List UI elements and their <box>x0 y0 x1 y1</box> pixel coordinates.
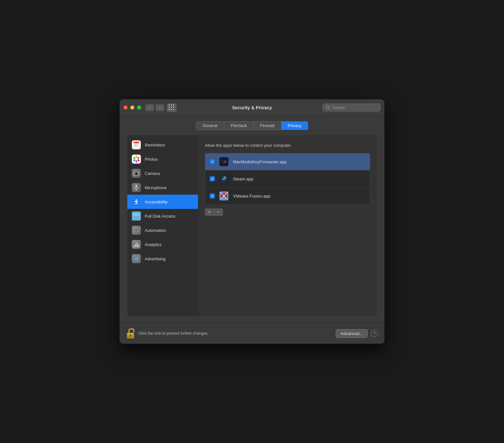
analytics-icon-svg <box>133 241 140 248</box>
search-icon <box>326 105 330 110</box>
grid-button[interactable] <box>166 103 177 112</box>
grid-icon <box>169 104 175 111</box>
svg-point-20 <box>138 172 139 172</box>
macmedia-icon-svg <box>219 157 228 166</box>
close-button[interactable] <box>123 105 128 110</box>
sidebar-item-automation[interactable]: Automation <box>127 223 198 237</box>
remove-app-button[interactable]: − <box>214 209 223 216</box>
sidebar-item-accessibility[interactable]: Accessibility <box>127 195 198 209</box>
reminders-icon <box>132 140 141 149</box>
sidebar-item-label: Reminders <box>145 143 165 147</box>
svg-line-1 <box>329 108 330 109</box>
sidebar-item-microphone[interactable]: Microphone <box>127 180 198 195</box>
app-item-macmedia[interactable]: ✓ MacMediaKeyForwarder.app <box>205 153 370 170</box>
checkmark-steam: ✓ <box>211 177 214 181</box>
analytics-icon <box>132 240 141 249</box>
svg-rect-36 <box>138 244 139 247</box>
svg-rect-37 <box>134 258 135 260</box>
sidebar-item-reminders[interactable]: Reminders <box>127 138 198 152</box>
camera-icon-svg <box>133 170 140 177</box>
sidebar-item-fulldisk[interactable]: Full Disk Access <box>127 209 198 223</box>
svg-point-11 <box>136 160 137 163</box>
bottom-bar: Click the lock to prevent further change… <box>120 323 384 344</box>
list-controls: + − <box>205 209 370 216</box>
checkmark-macmedia: ✓ <box>211 160 214 164</box>
sidebar-item-advertising[interactable]: Advertising <box>127 252 198 266</box>
traffic-lights <box>123 105 141 110</box>
right-panel: Allow the apps below to control your com… <box>198 135 377 316</box>
tab-filevault[interactable]: FileVault <box>224 121 254 130</box>
fulldisk-icon-svg <box>132 212 140 220</box>
accessibility-icon <box>132 197 141 206</box>
app-checkbox-steam[interactable]: ✓ <box>210 176 215 181</box>
sidebar-item-photos[interactable]: Photos <box>127 152 198 166</box>
svg-rect-55 <box>130 336 131 337</box>
tab-privacy[interactable]: Privacy <box>281 121 309 130</box>
lock-section: Click the lock to prevent further change… <box>126 328 336 339</box>
content-area: General FileVault Firewall Privacy <box>120 116 384 323</box>
forward-button[interactable]: › <box>155 104 164 111</box>
svg-rect-35 <box>137 243 138 247</box>
apps-list: ✓ MacMediaKeyForwarder.app <box>205 153 370 205</box>
app-icon-steam <box>219 174 229 184</box>
svg-rect-34 <box>135 244 136 247</box>
tab-firewall[interactable]: Firewall <box>254 121 281 130</box>
photos-icon <box>132 155 141 164</box>
svg-point-32 <box>135 229 138 232</box>
sidebar-item-label: Camera <box>145 171 160 176</box>
svg-rect-19 <box>135 171 137 172</box>
svg-rect-31 <box>133 213 140 216</box>
sidebar-item-label: Advertising <box>145 256 165 261</box>
app-item-steam[interactable]: ✓ Steam.app <box>205 170 370 188</box>
steam-icon-svg <box>219 174 228 183</box>
advertising-icon <box>132 254 141 263</box>
microphone-icon-svg <box>133 184 140 191</box>
sidebar-item-label: Photos <box>145 157 158 162</box>
sidebar: Reminders <box>127 135 198 316</box>
advertising-icon-svg <box>133 255 140 262</box>
main-window: ‹ › Security & Privacy General FileVault… <box>120 99 384 344</box>
sidebar-item-analytics[interactable]: Analytics <box>127 237 198 252</box>
search-bar[interactable] <box>322 103 381 112</box>
svg-point-8 <box>136 156 137 158</box>
app-item-vmware[interactable]: ✓ <box>205 188 370 204</box>
tab-general[interactable]: General <box>196 121 224 130</box>
automation-icon <box>132 226 141 235</box>
app-checkbox-macmedia[interactable]: ✓ <box>210 159 215 164</box>
minimize-button[interactable] <box>130 105 134 110</box>
window-title: Security & Privacy <box>232 105 272 110</box>
sidebar-item-label: Analytics <box>145 242 162 247</box>
photos-icon-svg <box>132 155 140 163</box>
tab-bar: General FileVault Firewall Privacy <box>127 121 377 130</box>
vmware-icon-svg <box>219 191 228 200</box>
advanced-button[interactable]: Advanced... <box>336 329 368 338</box>
help-button[interactable]: ? <box>371 330 378 337</box>
svg-rect-33 <box>133 245 135 247</box>
app-name-macmedia: MacMediaKeyForwarder.app <box>233 159 287 164</box>
sidebar-item-label: Full Disk Access <box>145 214 175 219</box>
sidebar-item-label: Automation <box>145 228 166 233</box>
checkmark-vmware: ✓ <box>211 194 214 198</box>
accessibility-icon-svg <box>132 198 140 206</box>
app-icon-vmware <box>219 191 229 201</box>
app-checkbox-vmware[interactable]: ✓ <box>210 193 215 199</box>
lock-text: Click the lock to prevent further change… <box>138 331 208 336</box>
back-button[interactable]: ‹ <box>145 104 154 111</box>
maximize-button[interactable] <box>137 105 141 110</box>
reminders-icon-svg <box>133 141 140 148</box>
search-input[interactable] <box>332 105 377 110</box>
fulldisk-icon <box>132 211 141 221</box>
svg-point-18 <box>136 173 137 174</box>
nav-buttons: ‹ › <box>145 104 164 111</box>
sidebar-item-label: Accessibility <box>145 200 168 204</box>
lock-icon[interactable] <box>126 328 135 339</box>
panel-description: Allow the apps below to control your com… <box>205 143 370 148</box>
titlebar: ‹ › Security & Privacy <box>120 99 384 116</box>
svg-rect-21 <box>135 185 137 188</box>
automation-icon-svg <box>133 227 140 234</box>
add-app-button[interactable]: + <box>205 209 214 216</box>
svg-point-45 <box>223 178 225 180</box>
sidebar-item-camera[interactable]: Camera <box>127 166 198 180</box>
main-panel: Reminders <box>127 135 377 316</box>
microphone-icon <box>132 183 141 192</box>
